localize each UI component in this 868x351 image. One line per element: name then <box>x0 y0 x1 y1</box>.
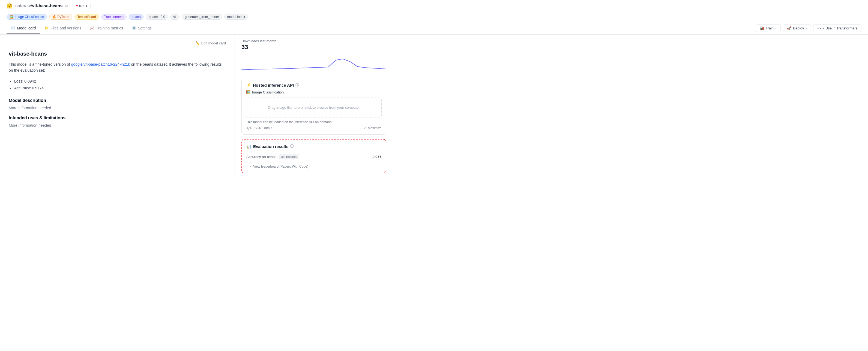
maximize-icon: ⤢ <box>364 126 367 130</box>
model-description-heading: Model description <box>9 98 226 103</box>
inference-api-header: ⚡ Hosted inference API ⓘ <box>246 82 382 87</box>
repo-icon: 🤗 <box>6 3 12 9</box>
copy-icon[interactable]: ⧉ <box>65 4 68 8</box>
tag-transformers[interactable]: Transformers <box>101 14 127 20</box>
repo-name[interactable]: vit-base-beans <box>32 4 62 8</box>
heart-icon: ♥ <box>76 4 78 8</box>
metrics-icon: 📈 <box>90 26 94 30</box>
tag-tensorboard[interactable]: TensorBoard <box>74 14 99 20</box>
self-reported-badge: self-reported <box>279 154 300 159</box>
files-icon: 📁 <box>44 26 49 30</box>
sidebar: Downloads last month 33 ⚡ Hosted inferen… <box>235 35 393 178</box>
model-description-text: More information needed <box>9 106 226 110</box>
tag-apache[interactable]: apache-2.0 <box>146 14 168 20</box>
tab-model-card[interactable]: 📄 Model card <box>6 23 40 34</box>
inference-task: 🖼️ Image Classification <box>246 90 382 94</box>
tab-settings[interactable]: ⚙️ Settings <box>127 23 156 34</box>
code-brackets-icon: </> <box>246 126 252 130</box>
top-bar: 🤗 nateraw/vit-base-beans ⧉ ♥ like 1 <box>0 0 868 12</box>
downloads-label: Downloads last month <box>241 39 386 43</box>
leaderboard-link[interactable]: ⋮≡ View leaderboard (Papers With Code) <box>246 162 381 168</box>
downloads-count: 33 <box>241 44 386 51</box>
eval-result-row: Accuracy on beans self-reported 0.977 <box>246 152 381 161</box>
train-label: Train <box>766 26 774 30</box>
eval-results-header: 📊 Evaluation results ⓘ <box>246 144 381 149</box>
tag-vit[interactable]: vit <box>170 14 180 20</box>
tag-beans[interactable]: beans <box>129 14 144 20</box>
eval-accuracy-label: Accuracy on beans <box>246 155 277 159</box>
eval-row-label: Accuracy on beans self-reported <box>246 154 299 159</box>
train-icon: 🚂 <box>760 26 764 30</box>
tab-metrics-label: Training metrics <box>96 26 123 30</box>
eval-results-section: 📊 Evaluation results ⓘ Accuracy on beans… <box>241 139 386 173</box>
leaderboard-label: View leaderboard (Papers With Code) <box>253 165 308 168</box>
tag-model-index[interactable]: model-index <box>224 14 248 20</box>
eval-info-icon[interactable]: ⓘ <box>290 144 293 149</box>
intended-uses-text: More information needed <box>9 123 226 128</box>
settings-icon: ⚙️ <box>132 26 136 30</box>
edit-model-card-label: Edit model card <box>201 41 226 45</box>
content-area: ✏️ Edit model card vit-base-beans This m… <box>0 35 235 178</box>
deploy-button[interactable]: 🚀 Deploy ▾ <box>783 24 811 32</box>
json-output-row: </> JSON Output ⤢ Maximize <box>246 126 382 130</box>
downloads-section: Downloads last month 33 <box>241 39 386 51</box>
edit-icon: ✏️ <box>195 41 200 45</box>
edit-model-card-button[interactable]: ✏️ Edit model card <box>9 41 226 45</box>
repo-owner[interactable]: nateraw <box>15 4 31 8</box>
tab-files-label: Files and versions <box>51 26 81 30</box>
train-button[interactable]: 🚂 Train ▾ <box>755 24 781 32</box>
like-button[interactable]: ♥ like 1 <box>73 3 90 9</box>
intended-uses-heading: Intended uses & limitations <box>9 115 226 120</box>
tag-pytorch[interactable]: 🔥 PyTorch <box>49 14 72 20</box>
model-title: vit-base-beans <box>9 51 226 57</box>
model-description: This model is a fine-tuned version of go… <box>9 61 226 74</box>
tags-bar: 🖼️ Image Classification 🔥 PyTorch Tensor… <box>0 12 868 22</box>
eval-accuracy-value: 0.977 <box>372 155 381 159</box>
action-buttons: 🚂 Train ▾ 🚀 Deploy ▾ </> Use in Transfor… <box>755 22 862 34</box>
api-note: This model can be loaded on the Inferenc… <box>246 120 382 124</box>
tab-model-card-label: Model card <box>17 26 36 30</box>
tab-settings-label: Settings <box>138 26 152 30</box>
code-icon: </> <box>817 26 824 30</box>
json-output-label: </> JSON Output <box>246 126 272 130</box>
metric-accuracy: Accuracy: 0.9774 <box>14 85 226 92</box>
train-chevron-icon: ▾ <box>775 27 777 30</box>
tab-training-metrics[interactable]: 📈 Training metrics <box>86 23 127 34</box>
deploy-icon: 🚀 <box>787 26 792 30</box>
eval-results-title: Evaluation results <box>253 144 288 149</box>
eval-chart-icon: 📊 <box>246 144 251 149</box>
deploy-label: Deploy <box>793 26 804 30</box>
drop-zone[interactable]: Drag image file here or click to browse … <box>246 98 382 117</box>
use-in-transformers-button[interactable]: </> Use in Transformers <box>813 24 862 32</box>
inference-task-icon: 🖼️ <box>246 90 250 94</box>
model-card-icon: 📄 <box>11 26 15 30</box>
inference-api-title: Hosted inference API <box>253 83 294 87</box>
downloads-chart <box>241 56 386 72</box>
main-layout: ✏️ Edit model card vit-base-beans This m… <box>0 35 868 178</box>
leaderboard-icon: ⋮≡ <box>246 165 251 168</box>
inference-info-icon[interactable]: ⓘ <box>296 82 299 87</box>
base-model-link[interactable]: google/vit-base-patch16-224-in21k <box>71 62 130 67</box>
nav-tabs: 📄 Model card 📁 Files and versions 📈 Trai… <box>0 22 868 35</box>
lightning-icon: ⚡ <box>246 82 251 87</box>
maximize-button[interactable]: ⤢ Maximize <box>364 126 382 130</box>
drop-zone-text: Drag image file here or click to browse … <box>268 105 360 110</box>
tag-image-classification[interactable]: 🖼️ Image Classification <box>6 14 47 20</box>
maximize-label: Maximize <box>368 126 382 130</box>
metrics-list: Loss: 0.0942 Accuracy: 0.9774 <box>9 78 226 92</box>
like-label: like <box>79 4 85 8</box>
like-count: 1 <box>86 4 88 8</box>
tag-generated-from-trainer[interactable]: generated_from_trainer <box>182 14 222 20</box>
metric-loss: Loss: 0.0942 <box>14 78 226 85</box>
inference-task-label: Image Classification <box>252 90 284 94</box>
repo-path: nateraw/vit-base-beans <box>15 4 62 8</box>
deploy-chevron-icon: ▾ <box>806 27 807 30</box>
tab-files-and-versions[interactable]: 📁 Files and versions <box>40 23 86 34</box>
use-in-transformers-label: Use in Transformers <box>826 26 857 30</box>
inference-api-section: ⚡ Hosted inference API ⓘ 🖼️ Image Classi… <box>241 78 386 135</box>
